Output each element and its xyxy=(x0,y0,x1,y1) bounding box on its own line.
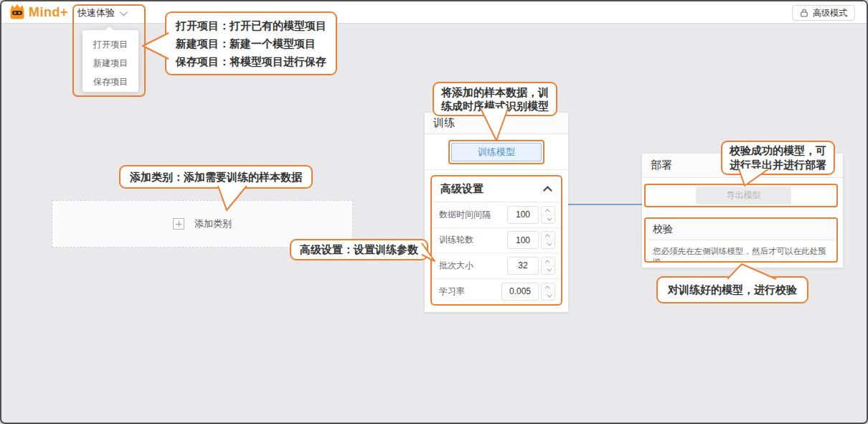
callout-export-model: 校验成功的模型，可 进行导出并进行部署 xyxy=(721,141,835,175)
callout-line: 添加类别：添加需要训练的样本数据 xyxy=(130,166,302,187)
field-label: 数据时间间隔 xyxy=(439,209,491,221)
callout-line: 校验成功的模型，可 xyxy=(730,143,826,158)
dropdown-notch xyxy=(105,26,114,35)
callout-line: 对训练好的模型，进行校验 xyxy=(668,278,797,302)
export-model-button[interactable]: 导出模型 xyxy=(696,187,791,204)
plus-icon xyxy=(173,218,184,230)
chevron-down-icon xyxy=(120,7,128,15)
epochs-stepper xyxy=(541,231,555,249)
advanced-settings-title: 高级设置 xyxy=(440,182,483,196)
lock-icon xyxy=(800,9,808,17)
callout-advanced-settings: 高级设置：设置训练参数 xyxy=(290,239,428,260)
add-class-label: 添加类别 xyxy=(194,217,232,230)
advanced-mode-button[interactable]: 高级模式 xyxy=(792,5,855,21)
logo-text: Mind+ xyxy=(29,5,68,20)
advanced-mode-label: 高级模式 xyxy=(813,7,847,19)
stepper-down-button[interactable] xyxy=(542,292,555,300)
quick-experience-dropdown: 打开项目 新建项目 保存项目 xyxy=(82,30,138,92)
panel-connector-line xyxy=(568,204,642,205)
chevron-up-icon xyxy=(544,209,549,214)
callout-line: 将添加的样本数据，训 xyxy=(441,85,549,99)
callout-line: 打开项目：打开已有的模型项目 xyxy=(176,17,326,34)
menu-trigger-label: 快速体验 xyxy=(77,6,115,19)
export-row-highlight: 导出模型 xyxy=(644,184,838,207)
chevron-up-icon xyxy=(544,286,549,291)
field-row-data-interval: 数据时间间隔 xyxy=(432,202,561,228)
callout-line: 高级设置：设置训练参数 xyxy=(300,240,418,259)
learning-rate-input[interactable] xyxy=(501,283,539,301)
chevron-down-icon xyxy=(547,292,552,297)
train-button-highlight: 训练模型 xyxy=(448,140,544,164)
stepper-up-button[interactable] xyxy=(542,207,555,215)
quick-experience-menu-trigger[interactable]: 快速体验 xyxy=(77,1,126,24)
stepper-down-button[interactable] xyxy=(542,266,555,274)
field-row-learning-rate: 学习率 xyxy=(432,279,561,305)
callout-project-menu: 打开项目：打开已有的模型项目 新建项目：新建一个模型项目 保存项目：将模型项目进… xyxy=(165,11,337,75)
stepper-up-button[interactable] xyxy=(542,258,555,266)
training-panel-title: 训练 xyxy=(433,116,455,130)
chevron-up-icon xyxy=(544,235,549,240)
validate-section-title: 校验 xyxy=(653,223,673,236)
training-panel: 训练 训练模型 高级设置 数据时间间隔 xyxy=(425,113,568,312)
callout-line: 新建项目：新建一个模型项目 xyxy=(176,34,326,52)
field-row-epochs: 训练轮数 xyxy=(432,228,561,254)
field-label: 训练轮数 xyxy=(439,234,473,246)
stepper-up-button[interactable] xyxy=(542,283,555,292)
menu-item-save-project[interactable]: 保存项目 xyxy=(82,72,138,91)
validate-section: 校验 您必须先在左侧训练模型，然后才可以在此处预览。 xyxy=(644,217,838,263)
menu-item-open-project[interactable]: 打开项目 xyxy=(82,35,138,54)
advanced-settings-header: 高级设置 xyxy=(432,176,561,202)
chevron-down-icon xyxy=(547,266,552,271)
data-interval-stepper xyxy=(541,206,555,224)
train-model-button[interactable]: 训练模型 xyxy=(451,143,542,161)
data-interval-input[interactable] xyxy=(507,206,539,224)
learning-rate-stepper xyxy=(541,283,555,301)
chevron-down-icon xyxy=(547,215,552,220)
stepper-up-button[interactable] xyxy=(542,232,555,240)
callout-line: 练成时序模式识别模型 xyxy=(441,99,549,113)
callout-validate: 对训练好的模型，进行校验 xyxy=(656,276,808,303)
callout-line: 保存项目：将模型项目进行保存 xyxy=(176,52,326,70)
collapse-chevron-up-icon[interactable] xyxy=(543,186,552,195)
field-label: 学习率 xyxy=(439,286,465,298)
train-button-row: 训练模型 xyxy=(425,134,568,170)
epochs-input[interactable] xyxy=(507,231,539,249)
stepper-down-button[interactable] xyxy=(542,240,555,248)
deploy-panel-title: 部署 xyxy=(651,159,672,172)
stepper-down-button[interactable] xyxy=(542,215,555,223)
validate-message: 您必须先在左侧训练模型，然后才可以在此处预览。 xyxy=(646,240,836,263)
callout-add-class: 添加类别：添加需要训练的样本数据 xyxy=(119,165,313,189)
field-row-batch-size: 批次大小 xyxy=(432,253,561,279)
field-label: 批次大小 xyxy=(439,260,473,272)
robot-logo-icon xyxy=(9,4,26,20)
validate-section-header: 校验 xyxy=(646,219,836,240)
chevron-down-icon xyxy=(547,241,552,246)
batch-size-stepper xyxy=(541,257,555,275)
menu-item-new-project[interactable]: 新建项目 xyxy=(82,54,138,72)
topbar: Mind+ 快速体验 高级模式 xyxy=(1,1,867,24)
callout-train-model: 将添加的样本数据，训 练成时序模式识别模型 xyxy=(433,82,557,116)
mindplus-logo: Mind+ xyxy=(9,4,68,20)
batch-size-input[interactable] xyxy=(507,257,539,275)
callout-line: 进行导出并进行部署 xyxy=(730,158,826,172)
chevron-up-icon xyxy=(544,260,549,265)
advanced-settings-section: 高级设置 数据时间间隔 训练轮数 xyxy=(430,175,562,306)
app-window: Mind+ 快速体验 高级模式 打开项目 新建项目 保存项目 添加类别 训练 xyxy=(0,0,868,424)
